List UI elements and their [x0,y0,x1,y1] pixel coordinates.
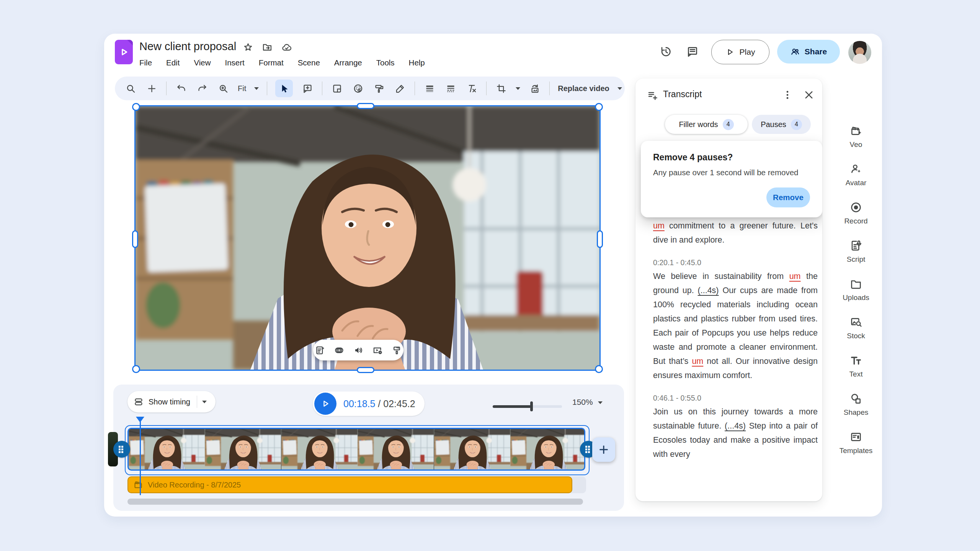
transcript-timestamp: 0:46.1 - 0:55.0 [653,393,818,403]
zoom-fit-label[interactable]: Fit [238,84,246,93]
slider-fill [493,405,531,408]
selection-handle-s[interactable] [357,367,374,373]
pause-link[interactable]: (...4s) [698,286,719,295]
rings-icon[interactable] [334,345,345,355]
selection-handle-sw[interactable] [132,365,140,373]
zoom-in-icon[interactable] [217,82,230,95]
rail-item-avatar[interactable]: Avatar [830,163,882,201]
play-button[interactable]: Play [711,40,769,64]
menu-insert[interactable]: Insert [225,58,244,67]
crop-icon[interactable] [495,82,508,95]
recolor-icon[interactable] [392,345,402,355]
palette-icon[interactable] [351,82,364,95]
playback-pill: 00:18.5 / 02:45.2 [313,391,425,416]
video-filmstrip[interactable] [127,428,585,471]
fit-dropdown-caret[interactable] [254,87,259,90]
version-history-icon[interactable] [658,44,673,59]
tab-pauses[interactable]: Pauses 4 [752,115,811,134]
transcript-panel-icon [647,90,658,101]
timeline-zoom-slider[interactable] [493,401,562,411]
timeline-scrollbar[interactable] [127,499,583,505]
document-title[interactable]: New client proposal [139,40,236,53]
menu-file[interactable]: File [139,58,152,67]
video-recording-track[interactable]: Video Recording - 8/7/2025 [127,476,572,493]
move-folder-icon[interactable] [262,42,273,53]
selection-handle-ne[interactable] [595,103,603,111]
rail-label: Stock [847,332,865,340]
trim-handle-left[interactable] [113,441,130,458]
show-timing-button[interactable]: Show timing [127,391,216,412]
selection-handle-se[interactable] [595,365,603,373]
transcript-timestamp: 0:20.1 - 0:45.0 [653,258,818,267]
rail-item-text[interactable]: Text [830,354,882,393]
timeline-zoom-level[interactable]: 150% [572,398,593,407]
add-icon[interactable] [145,82,158,95]
redo-icon[interactable] [196,82,209,95]
filler-word[interactable]: um [692,357,703,366]
replace-video-caret[interactable] [617,87,622,90]
filmstrip-thumbnail [205,429,281,469]
transcript-overflow-menu-icon[interactable] [782,89,793,101]
slider-handle[interactable] [530,401,533,411]
menu-format[interactable]: Format [259,58,284,67]
clapperboard-icon [134,480,143,489]
rail-item-record[interactable]: Record [830,201,882,240]
selection-handle-e[interactable] [597,230,603,248]
pen-icon[interactable] [394,82,407,95]
undo-icon[interactable] [175,82,188,95]
filler-word[interactable]: um [789,272,801,281]
selection-handle-nw[interactable] [132,103,140,111]
rail-item-script[interactable]: Script [830,240,882,278]
clear-formatting-icon[interactable] [465,82,478,95]
crop-dropdown-caret[interactable] [516,87,520,90]
transcript-panel-title: Transcript [663,89,702,99]
menu-help[interactable]: Help [409,58,425,67]
search-icon[interactable] [124,82,137,95]
rail-item-veo[interactable]: Veo [830,125,882,163]
tab-pauses-label: Pauses [761,120,786,129]
remove-button[interactable]: Remove [766,187,810,207]
timeline-play-button[interactable] [314,393,336,415]
filler-word[interactable]: um [653,221,665,230]
transcript-text: We believe in sustainability from [653,272,789,281]
rail-item-uploads[interactable]: Uploads [830,278,882,316]
menu-scene[interactable]: Scene [298,58,320,67]
add-clip-button[interactable] [592,437,615,462]
scene-canvas[interactable] [104,100,625,385]
timeline-panel: Show timing 00:18.5 / 02:45.2 150% [113,385,624,511]
share-button[interactable]: Share [777,40,840,64]
vids-app-icon[interactable] [115,40,133,64]
rail-item-shapes[interactable]: Shapes [830,393,882,431]
toolbar-divider [166,82,167,95]
tab-filler-words[interactable]: Filler words 4 [665,115,748,134]
selected-video-element[interactable] [136,106,599,370]
show-timing-caret[interactable] [202,401,207,403]
pause-link[interactable]: (...4s) [725,421,746,430]
video-settings-icon[interactable] [372,345,383,355]
line-weight-icon[interactable] [423,82,436,95]
close-icon[interactable] [803,89,815,101]
frame-options-icon[interactable] [330,82,343,95]
paint-roller-icon[interactable] [372,82,385,95]
line-dash-icon[interactable] [444,82,457,95]
selection-handle-w[interactable] [132,230,138,248]
zoom-level-caret[interactable] [598,401,603,404]
select-tool[interactable] [275,80,293,97]
account-avatar[interactable] [848,41,871,64]
menu-edit[interactable]: Edit [166,58,180,67]
replace-video-button[interactable]: Replace video [558,84,609,93]
pill-divider [197,396,197,408]
replace-image-icon[interactable] [528,82,541,95]
ai-notes-icon[interactable] [315,345,325,355]
comment-icon[interactable] [685,44,700,59]
menu-view[interactable]: View [194,58,211,67]
add-comment-icon[interactable] [301,82,314,95]
rail-item-templates[interactable]: Templates [830,431,882,469]
menu-tools[interactable]: Tools [376,58,395,67]
star-icon[interactable] [243,42,253,53]
rail-item-stock[interactable]: Stock [830,316,882,354]
volume-icon[interactable] [353,345,364,355]
selection-handle-n[interactable] [357,103,374,109]
menu-arrange[interactable]: Arrange [334,58,362,67]
cloud-status-icon[interactable] [281,42,292,53]
